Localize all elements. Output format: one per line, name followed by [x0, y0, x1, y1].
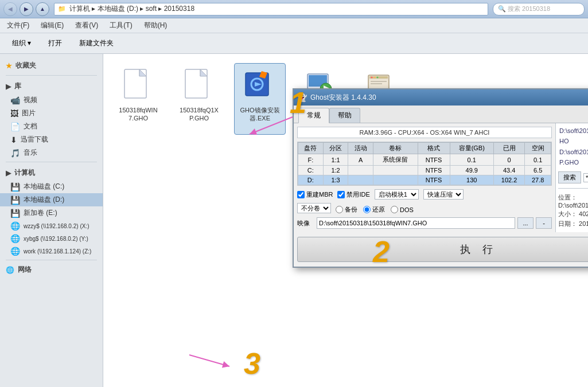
sidebar-item-video[interactable]: 📹 视频	[0, 93, 103, 107]
search-box[interactable]: 🔍 搜索 20150318	[493, 3, 585, 15]
table-cell: 1:3	[323, 175, 348, 185]
size-value: 4026 MB	[579, 210, 588, 217]
svg-line-27	[189, 355, 229, 366]
sidebar-drive-e[interactable]: 💾 新加卷 (E:)	[0, 206, 103, 220]
table-cell: NTFS	[418, 166, 450, 175]
library-label[interactable]: ▶ 库	[0, 79, 103, 93]
table-cell	[348, 166, 373, 175]
col-free: 空闲	[525, 143, 551, 154]
tab-general[interactable]: 常规	[298, 108, 329, 123]
ghost-search-ext-input[interactable]	[583, 173, 588, 182]
rebuild-mbr-checkbox[interactable]: 重建MBR	[297, 190, 333, 199]
file-gho2[interactable]: 150318fqQ1X P.GHO	[173, 63, 225, 135]
new-folder-button[interactable]: 新建文件夹	[73, 36, 120, 51]
drive-z-icon: 🌐	[10, 247, 20, 256]
sidebar-drive-x[interactable]: 🌐 wzzy$ (\\192.168.0.2) (X:)	[0, 220, 103, 232]
col-used: 已用	[493, 143, 524, 154]
enable-ide-checkbox[interactable]: 禁用IDE	[337, 190, 369, 199]
disk-table: 盘符 分区 活动 卷标 格式 容量(GB) 已用 空闲	[298, 142, 551, 185]
sidebar-drive-z[interactable]: 🌐 work (\\192.168.1.124) (Z:)	[0, 245, 103, 257]
ghost-content: RAM:3.96G - CPU:X64 - OS:X64 WIN_7 AHCI …	[294, 123, 588, 232]
sidebar-drive-c[interactable]: 💾 本地磁盘 (C:)	[0, 180, 103, 193]
computer-label[interactable]: ▶ 计算机	[0, 166, 103, 180]
folder-icon: 📁	[58, 5, 66, 13]
position-label: 位置：	[558, 194, 577, 201]
menu-file[interactable]: 文件(F)	[5, 19, 32, 32]
divider-3	[6, 260, 97, 260]
table-cell: 0.1	[525, 154, 551, 166]
table-cell: 0.1	[450, 154, 493, 166]
ghost-file-list: D:\soft\20150318\150318fqWIN7.GHOD:\soft…	[558, 126, 588, 168]
list-item[interactable]: D:\soft\20150318\150318fqWIN7.GHO	[558, 126, 588, 147]
ghost-search-row: 搜索 目录深度	[558, 171, 588, 183]
radio-backup[interactable]: 备份	[336, 205, 357, 214]
radio-dos-label: DOS	[400, 206, 414, 213]
radio-group: 备份 还原 DOS	[336, 205, 414, 214]
organize-button[interactable]: 组织 ▾	[6, 36, 37, 51]
ghost-title-bar: 👻 Ghost安装器 1.4.4.30 ─ □ ✕	[294, 89, 588, 105]
position-value: D:\soft\20150318\150318fqWI	[558, 202, 588, 209]
back-button[interactable]: ◀	[3, 2, 17, 16]
boot-module-select[interactable]: 启动模块1	[375, 189, 419, 200]
table-cell: 102.2	[493, 175, 524, 185]
image-browse-button[interactable]: ...	[517, 217, 534, 229]
table-cell: C:	[298, 166, 324, 175]
network-icon: 🌐	[6, 266, 14, 274]
table-cell: A	[348, 154, 373, 166]
rebuild-mbr-label: 重建MBR	[306, 190, 333, 199]
table-cell: 1:2	[323, 166, 348, 175]
menu-tools[interactable]: 工具(T)	[107, 19, 134, 32]
explorer-window: ◀ ▶ ▲ 📁 计算机 ▸ 本地磁盘 (D:) ▸ soft ▸ 2015031…	[0, 0, 588, 387]
network-label[interactable]: 🌐 网络	[0, 263, 103, 277]
menu-view[interactable]: 查看(V)	[73, 19, 100, 32]
sidebar-item-music[interactable]: 🎵 音乐	[0, 146, 103, 159]
sidebar-item-music-label: 音乐	[24, 148, 37, 158]
disk-table-container[interactable]: 盘符 分区 活动 卷标 格式 容量(GB) 已用 空闲	[297, 142, 552, 186]
image-path-input[interactable]	[317, 217, 515, 229]
compress-select[interactable]: 快速压缩	[423, 189, 464, 200]
sidebar-drive-y[interactable]: 🌐 xybg$ (\\192.168.0.2) (Y:)	[0, 232, 103, 245]
file-exe-gho[interactable]: GHO镜像安装器.EXE	[234, 63, 286, 135]
sidebar-item-pictures[interactable]: 🖼 图片	[0, 107, 103, 120]
main-area: ★ 收藏夹 ▶ 库 📹 视频 🖼 图片 📄 文档	[0, 54, 588, 387]
rebuild-mbr-input[interactable]	[297, 191, 305, 198]
table-cell	[373, 175, 418, 185]
menu-edit[interactable]: 编辑(E)	[38, 19, 66, 32]
video-icon: 📹	[10, 96, 20, 105]
enable-ide-input[interactable]	[337, 191, 345, 198]
sidebar-drive-d[interactable]: 💾 本地磁盘 (D:)	[0, 193, 103, 206]
up-button[interactable]: ▲	[36, 2, 49, 16]
tab-help[interactable]: 帮助	[329, 108, 360, 123]
table-row[interactable]: F:1:1A系统保留NTFS0.100.1	[298, 154, 551, 166]
table-cell: D:	[298, 175, 324, 185]
table-row[interactable]: C:1:2NTFS49.943.46.5	[298, 166, 551, 175]
table-row[interactable]: D:1:3NTFS130102.227.8	[298, 175, 551, 185]
date-label: 日期：	[558, 220, 577, 227]
forward-button[interactable]: ▶	[20, 2, 33, 16]
address-bar[interactable]: 📁 计算机 ▸ 本地磁盘 (D:) ▸ soft ▸ 20150318	[54, 3, 488, 15]
execute-button[interactable]: 执 行	[297, 237, 588, 262]
radio-restore[interactable]: 还原	[363, 205, 385, 214]
xunlei-icon: ⬇	[10, 135, 17, 144]
drive-y-icon: 🌐	[10, 234, 20, 243]
table-cell: 130	[450, 175, 493, 185]
list-item[interactable]: D:\soft\20150318\150318GHOSTXP.GHO	[558, 147, 588, 168]
radio-dos[interactable]: DOS	[391, 206, 414, 213]
position-row: 位置： D:\soft\20150318\150318fqWI	[558, 193, 588, 209]
exe-gho-icon	[242, 67, 278, 104]
ghost-search-button[interactable]: 搜索	[558, 171, 581, 183]
new-folder-label: 新建文件夹	[79, 38, 114, 48]
sidebar: ★ 收藏夹 ▶ 库 📹 视频 🖼 图片 📄 文档	[0, 54, 103, 387]
nav-buttons: ◀ ▶ ▲	[3, 2, 49, 16]
star-icon: ★	[6, 62, 12, 70]
image-label: 映像	[297, 219, 314, 228]
computer-text: 计算机	[14, 168, 35, 178]
sidebar-item-documents[interactable]: 📄 文档	[0, 120, 103, 133]
menu-help[interactable]: 帮助(H)	[142, 19, 170, 32]
file-gho1[interactable]: 150318fqWIN7.GHO	[112, 63, 164, 135]
partition-select[interactable]: 不分卷	[297, 203, 331, 213]
sidebar-item-xunlei[interactable]: ⬇ 迅雷下载	[0, 133, 103, 146]
open-button[interactable]: 打开	[42, 36, 68, 51]
favorites-section[interactable]: ★ 收藏夹	[0, 58, 103, 73]
image-minus-button[interactable]: -	[536, 217, 552, 229]
